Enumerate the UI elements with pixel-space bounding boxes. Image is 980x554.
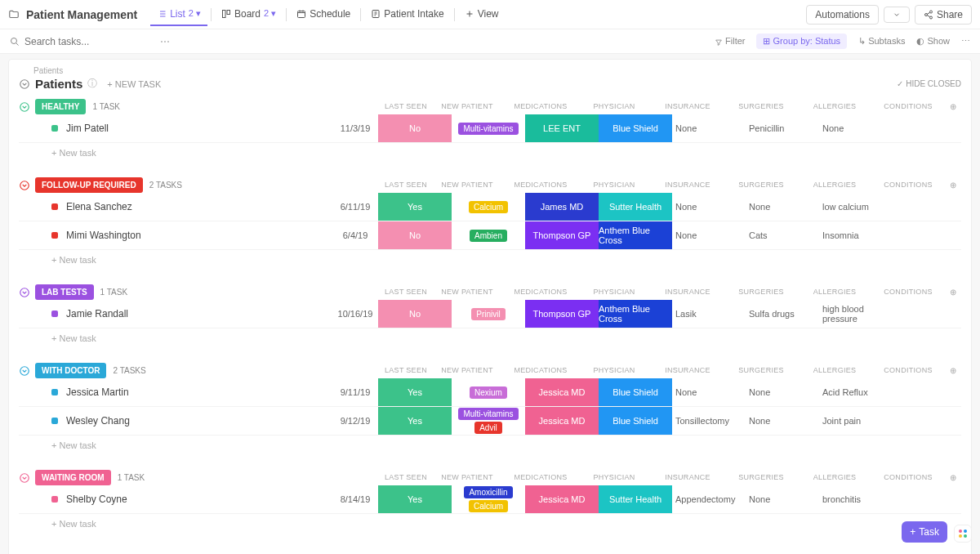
column-header[interactable]: INSURANCE xyxy=(651,102,724,111)
new-task-link[interactable]: + NEW TASK xyxy=(107,79,161,89)
physician-cell[interactable]: Jessica MD xyxy=(525,407,599,435)
column-header[interactable]: PHYSICIAN xyxy=(577,366,651,375)
new-task-fab[interactable]: + Task xyxy=(902,521,947,543)
column-header[interactable]: PHYSICIAN xyxy=(577,181,651,190)
allergies-cell[interactable]: None xyxy=(746,485,819,513)
hide-closed-button[interactable]: ✓ HIDE CLOSED xyxy=(897,79,961,88)
table-row[interactable]: Jim Patell 11/3/19 No Multi-vitamins LEE… xyxy=(19,114,961,143)
medications-cell[interactable]: Multi-vitaminsAdvil xyxy=(452,407,525,435)
insurance-cell[interactable]: Sutter Health xyxy=(599,485,672,513)
column-header[interactable]: PHYSICIAN xyxy=(577,473,651,482)
table-row[interactable]: Elena Sanchez 6/11/19 Yes Calcium James … xyxy=(19,193,961,221)
insurance-cell[interactable]: Blue Shield xyxy=(599,378,672,406)
conditions-cell[interactable]: Acid Reflux xyxy=(819,378,893,406)
medication-pill[interactable]: Amoxicillin xyxy=(464,486,512,498)
automations-button[interactable]: Automations xyxy=(806,5,879,25)
allergies-cell[interactable]: None xyxy=(746,407,819,435)
physician-cell[interactable]: LEE ENT xyxy=(525,114,599,142)
column-header[interactable]: MEDICATIONS xyxy=(504,288,577,297)
status-badge[interactable]: HEALTHY xyxy=(35,99,86,114)
more-icon[interactable]: ⋯ xyxy=(160,36,170,47)
allergies-cell[interactable]: Penicillin xyxy=(746,114,819,142)
table-row[interactable]: Wesley Chang 9/12/19 Yes Multi-vitaminsA… xyxy=(19,407,961,436)
search-input[interactable] xyxy=(24,36,155,47)
column-header[interactable]: CONDITIONS xyxy=(871,181,945,190)
column-header[interactable]: ALLERGIES xyxy=(798,473,871,482)
new-task-row[interactable]: + New task xyxy=(19,436,961,455)
medications-cell[interactable]: Prinivil xyxy=(452,300,525,328)
column-header[interactable]: LAST SEEN xyxy=(381,181,430,190)
column-header[interactable]: NEW PATIENT xyxy=(430,473,504,482)
conditions-cell[interactable]: high blood pressure xyxy=(819,300,893,328)
new-task-row[interactable]: + New task xyxy=(19,328,961,348)
folder-icon[interactable] xyxy=(8,9,20,20)
surgeries-cell[interactable]: Tonsillectomy xyxy=(672,407,746,435)
task-name[interactable]: Jamie Randall xyxy=(19,300,329,328)
medication-pill[interactable]: Nexium xyxy=(470,386,507,399)
add-column-icon[interactable]: ⊕ xyxy=(945,473,961,482)
physician-cell[interactable]: Thompson GP xyxy=(525,221,599,249)
new-patient-cell[interactable]: Yes xyxy=(378,407,452,435)
task-name[interactable]: Wesley Chang xyxy=(19,407,329,435)
column-header[interactable]: INSURANCE xyxy=(651,288,724,297)
collapse-icon[interactable] xyxy=(19,78,30,90)
view-tab-list[interactable]: List2 ▾ xyxy=(150,3,207,26)
column-header[interactable]: SURGERIES xyxy=(724,102,798,111)
medication-pill[interactable]: Calcium xyxy=(469,201,508,213)
medication-pill[interactable]: Calcium xyxy=(469,500,508,512)
column-header[interactable]: NEW PATIENT xyxy=(430,181,504,190)
new-patient-cell[interactable]: No xyxy=(378,114,452,142)
surgeries-cell[interactable]: Lasik xyxy=(672,300,746,328)
task-name[interactable]: Jessica Martin xyxy=(19,378,329,406)
column-header[interactable]: NEW PATIENT xyxy=(430,102,504,111)
new-task-row[interactable]: + New task xyxy=(19,514,961,534)
add-column-icon[interactable]: ⊕ xyxy=(945,366,961,375)
physician-cell[interactable]: Jessica MD xyxy=(525,378,599,406)
column-header[interactable]: LAST SEEN xyxy=(381,288,430,297)
new-task-row[interactable]: + New task xyxy=(19,250,961,270)
task-name[interactable]: Jim Patell xyxy=(19,114,329,142)
insurance-cell[interactable]: Blue Shield xyxy=(599,407,672,435)
column-header[interactable]: NEW PATIENT xyxy=(430,366,504,375)
task-name[interactable]: Shelby Coyne xyxy=(19,485,329,513)
column-header[interactable]: ALLERGIES xyxy=(798,102,871,111)
add-column-icon[interactable]: ⊕ xyxy=(945,181,961,190)
column-header[interactable]: INSURANCE xyxy=(651,366,724,375)
column-header[interactable]: INSURANCE xyxy=(651,473,724,482)
conditions-cell[interactable]: bronchitis xyxy=(819,485,893,513)
new-task-row[interactable]: + New task xyxy=(19,143,961,163)
last-seen-cell[interactable]: 9/12/19 xyxy=(329,407,378,435)
search-icon[interactable] xyxy=(10,37,20,47)
more-icon[interactable]: ⋯ xyxy=(961,36,970,47)
column-header[interactable]: SURGERIES xyxy=(724,473,798,482)
breadcrumb[interactable]: Patients xyxy=(33,66,961,75)
status-badge[interactable]: FOLLOW-UP REQUIRED xyxy=(35,177,143,193)
automations-dropdown[interactable] xyxy=(884,7,910,23)
new-patient-cell[interactable]: Yes xyxy=(378,378,452,406)
medication-pill[interactable]: Multi-vitamins xyxy=(458,408,518,420)
medication-pill[interactable]: Multi-vitamins xyxy=(458,123,518,135)
column-header[interactable]: LAST SEEN xyxy=(381,102,430,111)
share-button[interactable]: Share xyxy=(915,5,972,25)
column-header[interactable]: MEDICATIONS xyxy=(504,181,577,190)
collapse-icon[interactable] xyxy=(19,365,30,377)
surgeries-cell[interactable]: None xyxy=(672,114,746,142)
medications-cell[interactable]: AmoxicillinCalcium xyxy=(452,485,525,513)
show-button[interactable]: ◐ Show xyxy=(916,36,950,47)
column-header[interactable]: MEDICATIONS xyxy=(504,366,577,375)
filter-button[interactable]: Filter xyxy=(715,36,746,46)
table-row[interactable]: Shelby Coyne 8/14/19 Yes AmoxicillinCalc… xyxy=(19,485,961,514)
column-header[interactable]: NEW PATIENT xyxy=(430,288,504,297)
insurance-cell[interactable]: Anthem Blue Cross xyxy=(599,221,672,249)
new-patient-cell[interactable]: No xyxy=(378,221,452,249)
conditions-cell[interactable]: Joint pain xyxy=(819,407,893,435)
medications-cell[interactable]: Calcium xyxy=(452,193,525,221)
surgeries-cell[interactable]: None xyxy=(672,193,746,221)
last-seen-cell[interactable]: 6/4/19 xyxy=(329,221,378,249)
collapse-icon[interactable] xyxy=(19,287,30,298)
last-seen-cell[interactable]: 9/11/19 xyxy=(329,378,378,406)
add-column-icon[interactable]: ⊕ xyxy=(945,102,961,111)
column-header[interactable]: MEDICATIONS xyxy=(504,473,577,482)
column-header[interactable]: LAST SEEN xyxy=(381,366,430,375)
collapse-icon[interactable] xyxy=(19,472,30,484)
